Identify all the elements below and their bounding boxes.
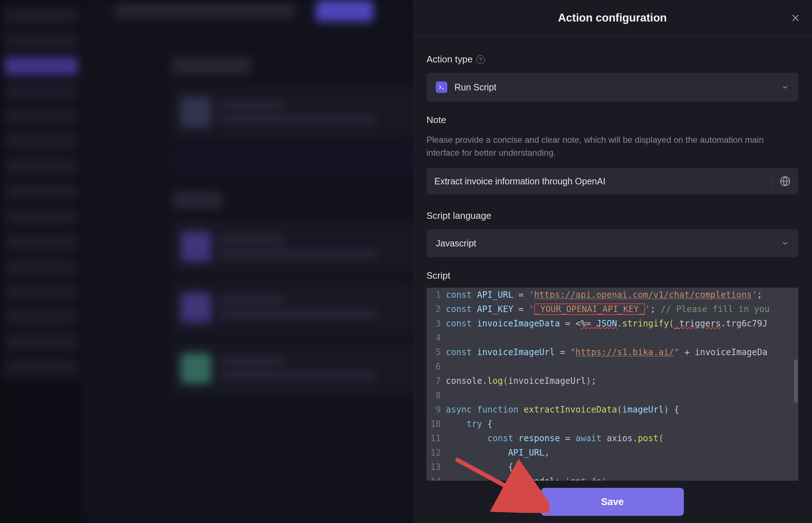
run-script-icon [436,81,447,93]
code-line: 12 API_URL, [426,446,798,460]
action-type-value: Run Script [454,82,781,93]
code-content: { [446,460,798,474]
code-content [446,331,798,345]
code-line: 10 try { [426,417,798,431]
close-icon [790,13,801,23]
line-number: 2 [426,302,446,316]
code-editor[interactable]: 1const API_URL = 'https://api.openai.com… [426,288,798,481]
code-line: 5const invoiceImageUrl = "https://s1.bik… [426,345,798,359]
globe-icon[interactable] [780,176,790,187]
chevron-down-icon [781,83,789,91]
chevron-down-icon [781,239,789,247]
code-line: 2const API_KEY = '_YOUR_OPENAI_API_KEY_'… [426,302,798,316]
note-help: Please provide a concise and clear note,… [426,133,798,159]
code-content: try { [446,417,798,431]
line-number: 4 [426,331,446,345]
script-label: Script [426,270,798,281]
input-divider [772,174,773,189]
script-language-select[interactable]: Javascript [426,229,798,257]
note-input[interactable]: Extract invoice information through Open… [426,168,798,194]
line-number: 5 [426,345,446,359]
code-content [446,359,798,374]
minimap[interactable] [789,288,798,481]
script-language-label: Script language [426,210,798,221]
line-number: 11 [426,431,446,446]
code-line: 8 [426,388,798,402]
code-content: const API_URL = 'https://api.openai.com/… [446,288,798,302]
panel-header: Action configuration [413,0,812,36]
code-line: 9async function extractInvoiceData(image… [426,402,798,417]
note-label: Note [426,114,798,126]
code-content: const invoiceImageData = <%= JSON.string… [446,316,798,331]
help-icon[interactable]: ? [476,55,485,64]
line-number: 9 [426,402,446,417]
code-content: console.log(invoiceImageUrl); [446,374,798,388]
code-content: const response = await axios.post( [446,431,798,446]
close-button[interactable] [790,13,801,23]
code-line: 3const invoiceImageData = <%= JSON.strin… [426,316,798,331]
code-line: 14 model: 'gpt-4o', [426,474,798,481]
line-number: 12 [426,446,446,460]
line-number: 14 [426,474,446,481]
line-number: 6 [426,359,446,374]
save-button[interactable]: Save [541,488,684,516]
code-content: const API_KEY = '_YOUR_OPENAI_API_KEY_';… [446,302,798,316]
line-number: 8 [426,388,446,402]
action-config-panel: Action configuration Action type ? Run S… [413,0,812,523]
panel-footer: Save [413,481,812,523]
code-content: model: 'gpt-4o', [446,474,798,481]
action-type-select[interactable]: Run Script [426,73,798,102]
line-number: 3 [426,316,446,331]
line-number: 10 [426,417,446,431]
code-content: API_URL, [446,446,798,460]
code-line: 7console.log(invoiceImageUrl); [426,374,798,388]
line-number: 13 [426,460,446,474]
panel-body: Action type ? Run Script Note Please pro… [413,36,812,481]
action-type-label: Action type ? [426,54,798,65]
code-line: 13 { [426,460,798,474]
code-content [446,388,798,402]
note-value: Extract invoice information through Open… [434,176,765,187]
code-line: 4 [426,331,798,345]
panel-title: Action configuration [558,11,667,24]
code-content: async function extractInvoiceData(imageU… [446,402,798,417]
code-line: 6 [426,359,798,374]
code-line: 11 const response = await axios.post( [426,431,798,446]
line-number: 7 [426,374,446,388]
code-line: 1const API_URL = 'https://api.openai.com… [426,288,798,302]
code-content: const invoiceImageUrl = "https://s1.bika… [446,345,798,359]
script-language-value: Javascript [436,238,781,249]
line-number: 1 [426,288,446,302]
blurred-background [0,0,413,523]
minimap-slider[interactable] [794,359,798,402]
